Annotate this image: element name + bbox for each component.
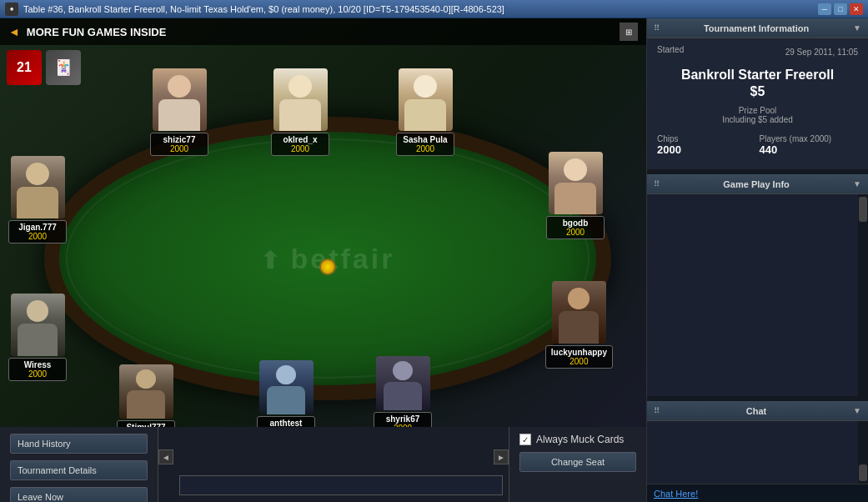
player-luckyunhappy: luckyunhappy 2000 (545, 281, 613, 369)
started-date: 29 Sep 2011, 11:05 (785, 48, 858, 57)
poker-area: ◄ MORE FUN GAMES INSIDE ⊞ 21 🃏 ⬆ betfair (0, 18, 646, 502)
tournament-section: ⠿ Tournament Information ▼ Started 29 Se… (647, 18, 868, 169)
player-chips-jigan: 2000 (14, 232, 61, 241)
poker-table: ⬆ betfair (44, 117, 611, 400)
player-bgodb: bgodb 2000 (546, 152, 605, 239)
tournament-name: Bankroll Starter Freeroll (657, 68, 858, 83)
change-seat-button[interactable]: Change Seat (519, 452, 636, 472)
grip-icon-2: ⠿ (654, 179, 660, 188)
gameplay-info-header: ⠿ Game Play Info ▼ (647, 174, 868, 194)
chat-content-area (647, 421, 868, 484)
banner-text: MORE FUN GAMES INSIDE (27, 26, 167, 38)
player-avatar-oklred (273, 68, 328, 131)
tournament-amount: $5 (657, 84, 858, 99)
player-chips-bgodb: 2000 (552, 228, 599, 237)
main-layout: ◄ MORE FUN GAMES INSIDE ⊞ 21 🃏 ⬆ betfair (0, 18, 868, 502)
tournament-dropdown-icon[interactable]: ▼ (853, 23, 861, 33)
player-avatar-stimul (119, 364, 173, 419)
player-name-luckyunhappy: luckyunhappy (551, 348, 607, 357)
leave-now-button[interactable]: Leave Now (10, 487, 148, 502)
grip-icon-3: ⠿ (654, 406, 660, 415)
player-avatar-bgodb (549, 152, 603, 214)
muck-cards-label[interactable]: ✓ Always Muck Cards (519, 434, 636, 445)
player-avatar-jigan (11, 156, 65, 218)
gameplay-text-area (647, 194, 858, 396)
started-label: Started (657, 45, 684, 54)
player-jigan: Jigan.777 2000 (8, 156, 67, 243)
gameplay-content-area (647, 194, 868, 396)
chat-scrollbar[interactable] (858, 421, 868, 484)
chat-title: Chat (746, 406, 766, 416)
muck-checkbox[interactable]: ✓ (519, 434, 531, 445)
player-chips-oklred: 2000 (277, 144, 324, 153)
chat-section: ⠿ Chat ▼ Chat Here! (647, 401, 868, 502)
muck-text: Always Muck Cards (536, 434, 624, 445)
player-chips-shizic77: 2000 (156, 144, 203, 153)
tournament-info-title: Tournament Information (704, 23, 809, 33)
grid-icon[interactable]: ⊞ (620, 23, 638, 41)
pot-chip (319, 259, 336, 275)
chat-here-link[interactable]: Chat Here! (654, 489, 698, 499)
player-name-box-shizic77: shizic77 2000 (150, 133, 208, 156)
minimize-button[interactable]: ─ (818, 3, 831, 15)
scroll-left-button[interactable]: ◄ (158, 449, 173, 464)
player-avatar-sasha (399, 68, 453, 131)
player-avatar-luckyunhappy (552, 281, 606, 344)
player-avatar-shizic77 (153, 68, 207, 131)
player-avatar-shyrik (376, 356, 430, 410)
player-name-bgodb: bgodb (552, 218, 599, 228)
chat-dropdown-icon[interactable]: ▼ (853, 406, 861, 415)
player-oklred: oklred_x 2000 (271, 68, 329, 156)
chat-header: ⠿ Chat ▼ (647, 401, 868, 421)
gameplay-scrollbar[interactable] (858, 194, 868, 396)
gameplay-scrollbar-thumb (859, 197, 867, 222)
tournament-info-header: ⠿ Tournament Information ▼ (647, 18, 868, 38)
player-name-box-jigan: Jigan.777 2000 (8, 220, 67, 243)
grip-icon: ⠿ (654, 23, 660, 33)
prize-pool-value: Including $5 added (657, 115, 858, 124)
tournament-details-button[interactable]: Tournament Details (10, 460, 148, 480)
player-name-box-luckyunhappy: luckyunhappy 2000 (545, 345, 613, 369)
close-button[interactable]: ✕ (850, 3, 863, 15)
prize-pool-label: Prize Pool (657, 106, 858, 115)
player-avatar-anthtest (259, 360, 314, 414)
game-icons: 21 🃏 (7, 50, 81, 85)
player-name-box-bgodb: bgodb 2000 (546, 216, 605, 239)
bottom-right-panel: ✓ Always Muck Cards Change Seat (509, 427, 646, 502)
bottom-left-panel: Hand History Tournament Details Leave No… (0, 427, 158, 502)
chips-label: Chips 2000 (657, 134, 756, 156)
player-name-shizic77: shizic77 (156, 135, 203, 144)
player-shyrik: shyrik67 2000 (374, 356, 432, 435)
scroll-right-button[interactable]: ► (494, 449, 509, 464)
right-panel: ⠿ Tournament Information ▼ Started 29 Se… (646, 18, 868, 502)
window-title: Table #36, Bankroll Starter Freeroll, No… (23, 4, 504, 14)
maximize-button[interactable]: □ (834, 3, 847, 15)
chat-scrollbar-thumb (859, 464, 867, 481)
players-stat: Players (max 2000) 440 (760, 134, 859, 156)
player-name-box-oklred: oklred_x 2000 (271, 133, 329, 156)
player-chips-wiress: 2000 (14, 369, 61, 379)
chat-input-bar (179, 475, 503, 495)
chat-input-row: Chat Here! (647, 484, 868, 502)
player-avatar-wiress (11, 294, 65, 356)
tournament-stats: Chips 2000 Players (max 2000) 440 (657, 134, 858, 156)
app-icon: ♠ (5, 3, 18, 16)
window-controls: ─ □ ✕ (818, 3, 863, 15)
player-name-sasha: Sasha Pula (402, 135, 449, 144)
title-bar: ♠ Table #36, Bankroll Starter Freeroll, … (0, 0, 868, 18)
chat-messages (647, 421, 858, 484)
banner-arrow-icon: ◄ (8, 25, 20, 38)
player-chips-sasha: 2000 (402, 144, 449, 153)
player-wiress: Wiress 2000 (8, 294, 67, 381)
player-name-box-wiress: Wiress 2000 (8, 358, 67, 381)
hand-history-button[interactable]: Hand History (10, 434, 148, 454)
tournament-content: Started 29 Sep 2011, 11:05 Bankroll Star… (647, 38, 868, 169)
title-bar-left: ♠ Table #36, Bankroll Starter Freeroll, … (5, 3, 504, 16)
player-shizic77: shizic77 2000 (150, 68, 208, 156)
top-banner: ◄ MORE FUN GAMES INSIDE ⊞ (0, 18, 646, 45)
player-chips-luckyunhappy: 2000 (551, 357, 607, 366)
gameplay-section: ⠿ Game Play Info ▼ (647, 174, 868, 396)
cards-icon[interactable]: 🃏 (46, 50, 81, 85)
gameplay-dropdown-icon[interactable]: ▼ (853, 179, 861, 188)
blackjack-icon[interactable]: 21 (7, 50, 42, 85)
